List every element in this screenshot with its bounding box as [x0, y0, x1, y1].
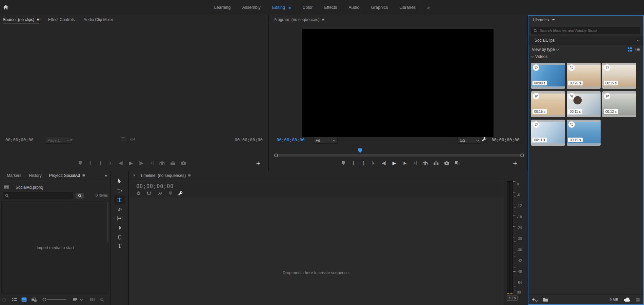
- drag-audio-only-icon[interactable]: [130, 137, 135, 141]
- panel-overflow-icon[interactable]: »: [105, 173, 107, 178]
- drag-video-only-icon[interactable]: [121, 137, 125, 141]
- new-folder-icon[interactable]: [543, 297, 548, 302]
- timeline-panel-menu-icon[interactable]: ≡: [188, 173, 191, 178]
- freeform-view-icon[interactable]: [31, 298, 37, 302]
- tab-history[interactable]: History: [29, 173, 41, 178]
- chevron-down-icon[interactable]: [80, 298, 83, 301]
- tab-program[interactable]: Program: (no sequences) ≡: [274, 17, 324, 22]
- go-to-out-icon[interactable]: →|: [412, 161, 417, 165]
- libraries-search-input[interactable]: [539, 28, 638, 33]
- program-playhead[interactable]: [358, 148, 362, 153]
- workspace-tab-editing[interactable]: Editing: [272, 5, 285, 10]
- videos-section-header[interactable]: Videos: [531, 54, 547, 59]
- zoom-slider[interactable]: [42, 298, 67, 302]
- new-library-item-icon[interactable]: +: [532, 297, 537, 303]
- settings-wrench-icon[interactable]: [482, 137, 487, 142]
- video-card[interactable]: 00:26 s: [567, 63, 601, 89]
- program-button-editor-icon[interactable]: +: [513, 160, 518, 167]
- program-zoom-select[interactable]: Fit: [313, 137, 338, 144]
- scrollbar-left-handle[interactable]: [274, 154, 278, 157]
- insert-icon[interactable]: [159, 161, 165, 165]
- video-card[interactable]: 00:15 s: [602, 63, 636, 89]
- scrollbar-right-handle[interactable]: [520, 154, 524, 157]
- project-writable-icon[interactable]: [2, 298, 6, 302]
- tab-libraries[interactable]: Libraries: [533, 18, 549, 22]
- tab-effect-controls[interactable]: Effect Controls: [48, 17, 75, 22]
- icon-view-icon[interactable]: [21, 297, 27, 302]
- project-media-area[interactable]: Import media to start: [1, 201, 109, 293]
- program-panel-menu-icon[interactable]: ≡: [322, 17, 324, 22]
- workspace-tab-audio[interactable]: Audio: [348, 5, 359, 10]
- workspace-tab-color[interactable]: Color: [303, 5, 313, 10]
- timeline-timecode[interactable]: 00;00;00;00: [136, 183, 174, 189]
- mark-in-icon[interactable]: {: [88, 160, 93, 166]
- add-to-cart-icon[interactable]: [604, 64, 610, 71]
- mark-out-icon[interactable]: }: [98, 160, 103, 166]
- project-search-input[interactable]: [11, 193, 70, 198]
- lift-icon[interactable]: [422, 161, 428, 165]
- go-to-out-icon[interactable]: →|: [149, 161, 154, 165]
- mark-out-icon[interactable]: }: [361, 160, 366, 166]
- linked-selection-icon[interactable]: [157, 191, 163, 196]
- hand-tool[interactable]: [114, 232, 125, 241]
- add-to-cart-icon[interactable]: [533, 121, 539, 128]
- workspace-overflow-icon[interactable]: »: [427, 5, 430, 10]
- workspace-tab-learning[interactable]: Learning: [214, 5, 231, 10]
- step-forward-icon[interactable]: |▶: [402, 161, 407, 165]
- workspace-tab-libraries[interactable]: Libraries: [399, 5, 416, 10]
- add-marker-icon[interactable]: [341, 161, 346, 165]
- timeline-settings-wrench-icon[interactable]: [178, 191, 183, 196]
- close-icon[interactable]: ×: [133, 173, 136, 178]
- add-to-cart-icon[interactable]: [533, 93, 539, 99]
- find-icon[interactable]: [100, 298, 104, 302]
- extract-icon[interactable]: [433, 161, 439, 165]
- add-to-cart-icon[interactable]: [568, 121, 575, 128]
- list-view-icon[interactable]: [635, 47, 640, 52]
- project-file-name[interactable]: SocialAd.prproj: [16, 185, 43, 190]
- workspace-tab-effects[interactable]: Effects: [324, 5, 337, 10]
- go-to-in-icon[interactable]: |←: [108, 161, 113, 165]
- source-button-editor-icon[interactable]: +: [256, 160, 261, 167]
- add-to-cart-icon[interactable]: [568, 64, 575, 71]
- tab-timeline[interactable]: Timeline: (no sequences) ≡: [140, 173, 191, 178]
- list-view-icon[interactable]: [12, 298, 17, 302]
- pen-tool[interactable]: [114, 223, 125, 232]
- video-card[interactable]: 00:19 s: [567, 120, 601, 146]
- view-by-type-dropdown[interactable]: View by type: [532, 47, 555, 52]
- video-card[interactable]: 00:12 s: [602, 91, 636, 117]
- selection-tool[interactable]: [114, 177, 125, 186]
- source-panel-menu-icon[interactable]: ≡: [37, 17, 39, 22]
- play-icon[interactable]: ▶: [129, 160, 134, 166]
- add-to-cart-icon[interactable]: [533, 64, 539, 71]
- add-to-cart-icon[interactable]: [568, 93, 575, 99]
- cloud-sync-icon[interactable]: [624, 298, 630, 302]
- play-icon[interactable]: ▶: [392, 160, 397, 166]
- sort-icon[interactable]: [73, 298, 78, 301]
- ripple-edit-tool[interactable]: [114, 196, 125, 204]
- tab-source[interactable]: Source: (no clips) ≡: [3, 16, 39, 23]
- tab-audio-clip-mixer[interactable]: Audio Clip Mixer:: [83, 17, 114, 22]
- project-panel-menu-icon[interactable]: ≡: [82, 173, 85, 178]
- find-button[interactable]: [75, 192, 84, 199]
- source-page-select[interactable]: Page 1: [45, 137, 72, 144]
- video-card[interactable]: 00:11 s: [567, 91, 601, 117]
- solo-left-button[interactable]: S: [507, 296, 512, 301]
- workspace-menu-icon[interactable]: ≡: [288, 5, 291, 10]
- type-tool[interactable]: T: [114, 241, 125, 250]
- workspace-tab-graphics[interactable]: Graphics: [371, 5, 388, 10]
- solo-right-button[interactable]: S: [512, 296, 518, 301]
- step-back-icon[interactable]: ◀|: [119, 161, 123, 165]
- add-to-cart-icon[interactable]: [604, 93, 610, 99]
- timeline-drop-zone[interactable]: Drop media here to create sequence.: [129, 198, 504, 305]
- grid-view-icon[interactable]: [627, 47, 632, 52]
- razor-tool[interactable]: [114, 205, 125, 214]
- automate-to-sequence-icon[interactable]: [90, 298, 95, 302]
- video-card[interactable]: 00:08 s: [531, 63, 565, 89]
- add-marker-icon[interactable]: [78, 161, 83, 165]
- step-forward-icon[interactable]: |▶: [139, 161, 144, 165]
- program-resolution-select[interactable]: 1/2: [458, 137, 481, 144]
- tab-markers[interactable]: Markers: [7, 173, 21, 178]
- library-select[interactable]: SocialClips: [528, 36, 643, 45]
- video-card[interactable]: 00:15 s: [531, 91, 565, 117]
- workspace-tab-assembly[interactable]: Assembly: [242, 5, 261, 10]
